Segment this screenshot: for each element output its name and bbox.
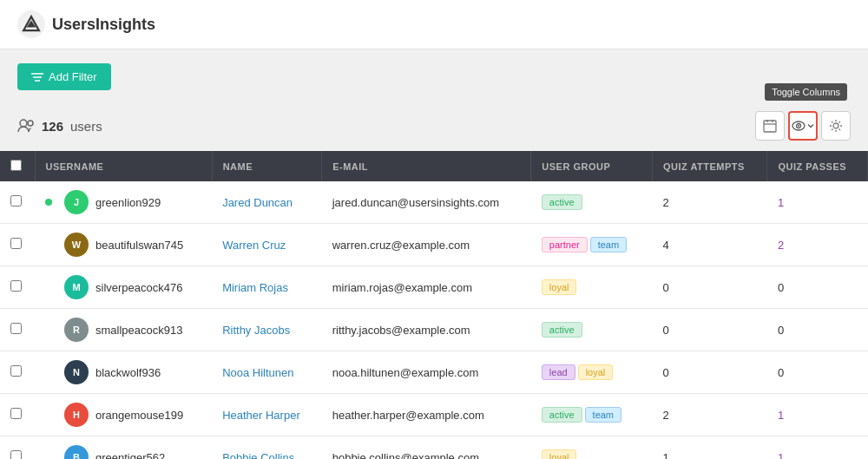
email-cell: jared.duncan@usersinsights.com xyxy=(322,181,531,224)
add-filter-button[interactable]: Add Filter xyxy=(17,63,111,90)
name-link[interactable]: Ritthy Jacobs xyxy=(222,324,290,337)
quiz-passes-link[interactable]: 2 xyxy=(778,239,784,252)
row-checkbox[interactable] xyxy=(10,195,22,207)
calendar-icon xyxy=(763,119,777,133)
svg-point-7 xyxy=(28,121,33,126)
row-checkbox-cell xyxy=(0,436,35,460)
user-group-cell: leadloyal xyxy=(531,351,653,394)
username-text: greenlion929 xyxy=(95,196,161,209)
select-all-checkbox[interactable] xyxy=(10,160,22,171)
email-cell: heather.harper@example.com xyxy=(322,394,531,436)
row-checkbox[interactable] xyxy=(10,365,22,377)
table-row: Nblackwolf936Nooa Hiltunennooa.hiltunen@… xyxy=(0,351,868,394)
toolbar-icons: Toggle Columns xyxy=(755,111,851,141)
name-link[interactable]: Heather Harper xyxy=(222,409,300,422)
group-tag: team xyxy=(590,237,627,252)
username-text: smallpeacock913 xyxy=(95,324,182,337)
row-checkbox[interactable] xyxy=(10,280,22,292)
col-name: NAME xyxy=(212,151,322,181)
quiz-passes-link[interactable]: 1 xyxy=(778,409,784,422)
quiz-attempts-cell: 0 xyxy=(652,351,766,394)
username-cell: Wbeautifulswan745 xyxy=(35,224,212,266)
name-cell[interactable]: Heather Harper xyxy=(212,394,322,436)
row-checkbox-cell xyxy=(0,181,35,224)
group-tag: lead xyxy=(542,364,575,380)
name-link[interactable]: Bobbie Collins xyxy=(222,451,294,460)
name-link[interactable]: Jared Duncan xyxy=(222,196,293,209)
name-cell[interactable]: Bobbie Collins xyxy=(212,436,322,460)
user-group-cell: partnerteam xyxy=(531,224,653,266)
row-checkbox[interactable] xyxy=(10,450,22,459)
user-count-label: users xyxy=(70,119,102,134)
avatar: N xyxy=(64,360,89,384)
name-cell[interactable]: Nooa Hiltunen xyxy=(212,351,322,394)
table-body: Jgreenlion929Jared Duncanjared.duncan@us… xyxy=(0,181,868,459)
email-cell: bobbie.collins@example.com xyxy=(322,436,531,460)
group-tag: loyal xyxy=(542,449,577,459)
user-group-cell: active xyxy=(531,309,653,351)
row-checkbox[interactable] xyxy=(10,238,22,249)
settings-icon-button[interactable] xyxy=(821,111,851,141)
online-indicator xyxy=(45,199,52,206)
name-link[interactable]: Warren Cruz xyxy=(222,239,286,252)
table-row: Horangemouse199Heather Harperheather.har… xyxy=(0,394,868,436)
col-email: E-MAIL xyxy=(322,151,531,181)
svg-point-14 xyxy=(798,125,799,127)
username-text: beautifulswan745 xyxy=(95,239,183,252)
name-cell[interactable]: Miriam Rojas xyxy=(212,266,322,309)
name-cell[interactable]: Ritthy Jacobs xyxy=(212,309,322,351)
table-container: USERNAME NAME E-MAIL USER GROUP QUIZ ATT… xyxy=(0,151,868,459)
quiz-passes-cell: 1 xyxy=(767,394,868,436)
username-text: greentiger562 xyxy=(95,451,165,460)
quiz-attempts-cell: 0 xyxy=(652,309,766,351)
svg-point-6 xyxy=(20,120,27,127)
avatar: H xyxy=(64,403,89,427)
svg-point-15 xyxy=(833,123,838,128)
name-cell[interactable]: Warren Cruz xyxy=(212,224,322,266)
user-group-cell: active xyxy=(531,181,653,224)
name-cell[interactable]: Jared Duncan xyxy=(212,181,322,224)
row-checkbox[interactable] xyxy=(10,323,22,334)
quiz-attempts-cell: 2 xyxy=(652,394,766,436)
username-cell: Bgreentiger562 xyxy=(35,436,212,460)
col-quiz-attempts: QUIZ ATTEMPTS xyxy=(652,151,766,181)
user-count-number: 126 xyxy=(42,119,63,134)
row-checkbox-cell xyxy=(0,266,35,309)
table-row: Rsmallpeacock913Ritthy Jacobsritthy.jaco… xyxy=(0,309,868,351)
col-quiz-passes: QUIZ PASSES xyxy=(767,151,868,181)
user-count: 126 users xyxy=(17,119,102,134)
eye-icon xyxy=(792,119,806,133)
col-checkbox xyxy=(0,151,35,181)
table-row: Bgreentiger562Bobbie Collinsbobbie.colli… xyxy=(0,436,868,460)
toggle-columns-button[interactable] xyxy=(788,111,818,141)
quiz-passes-cell: 1 xyxy=(767,436,868,460)
email-cell: ritthy.jacobs@example.com xyxy=(322,309,531,351)
username-cell: Nblackwolf936 xyxy=(35,351,212,394)
row-checkbox[interactable] xyxy=(10,408,22,419)
quiz-passes-link[interactable]: 1 xyxy=(778,196,784,209)
email-cell: warren.cruz@example.com xyxy=(322,224,531,266)
username-cell: Horangemouse199 xyxy=(35,394,212,436)
name-link[interactable]: Miriam Rojas xyxy=(222,281,288,294)
header: UsersInsights xyxy=(0,0,868,49)
user-group-cell: activeteam xyxy=(531,394,653,436)
group-tag: loyal xyxy=(542,279,577,295)
quiz-passes-cell: 2 xyxy=(767,224,868,266)
user-group-cell: loyal xyxy=(531,266,653,309)
name-link[interactable]: Nooa Hiltunen xyxy=(222,366,293,379)
logo-text: UsersInsights xyxy=(52,16,155,34)
row-checkbox-cell xyxy=(0,309,35,351)
dropdown-arrow-icon xyxy=(807,122,814,129)
toolbar: Add Filter xyxy=(0,49,868,104)
col-user-group: USER GROUP xyxy=(531,151,653,181)
calendar-icon-button[interactable] xyxy=(755,111,785,141)
row-checkbox-cell xyxy=(0,394,35,436)
quiz-passes-link[interactable]: 1 xyxy=(778,451,784,460)
users-table: USERNAME NAME E-MAIL USER GROUP QUIZ ATT… xyxy=(0,151,868,459)
logo-icon xyxy=(17,10,45,38)
filter-icon xyxy=(31,72,43,82)
group-tag: active xyxy=(542,322,582,338)
quiz-attempts-cell: 1 xyxy=(652,436,766,460)
gear-icon xyxy=(829,119,843,133)
username-cell: Msilverpeacock476 xyxy=(35,266,212,309)
